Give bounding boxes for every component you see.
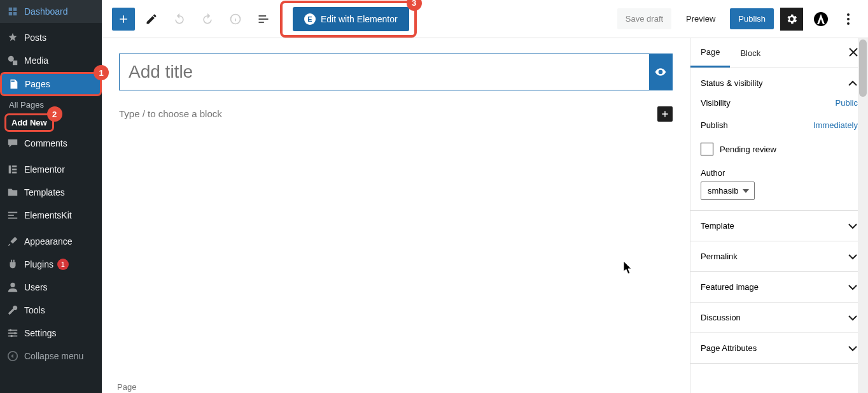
sidebar-item-label: Templates [24, 187, 65, 197]
undo-button[interactable] [168, 8, 191, 31]
elementor-button-label: Edit with Elementor [321, 14, 398, 24]
editor-canvas-column: Type / to choose a block Page [102, 38, 690, 393]
title-visibility-icon[interactable] [649, 54, 672, 90]
elementor-small-icon: E [304, 13, 316, 25]
sidebar-item-label: Pages [25, 79, 50, 89]
section-title: Permalink [701, 252, 738, 261]
page-title-input[interactable] [120, 54, 649, 90]
collapse-icon [6, 350, 19, 362]
sidebar-item-label: Users [24, 282, 48, 292]
sidebar-item-collapse[interactable]: Collapse menu [0, 345, 102, 368]
status-visibility-panel: Status & visibility Visibility Public Pu… [690, 68, 868, 211]
permalink-panel: Permalink [690, 241, 868, 272]
discussion-panel: Discussion [690, 303, 868, 333]
save-draft-button[interactable]: Save draft [617, 8, 671, 29]
svg-rect-2 [12, 166, 17, 168]
chevron-down-icon [848, 223, 858, 229]
sidebar-item-elementskit[interactable]: ElementsKit [0, 204, 102, 227]
content-placeholder[interactable]: Type / to choose a block [119, 106, 657, 122]
sidebar-item-label: Elementor [24, 164, 65, 175]
section-title: Page Attributes [701, 343, 757, 353]
sidebar-item-users[interactable]: Users [0, 276, 102, 299]
sidebar-item-settings[interactable]: Settings [0, 322, 102, 345]
outline-button[interactable] [252, 8, 275, 31]
add-block-inline-button[interactable] [657, 106, 673, 122]
chevron-down-icon [848, 284, 858, 290]
annotation-badge-3: 3 [407, 0, 422, 11]
sidebar-item-posts[interactable]: Posts [0, 26, 102, 49]
title-field-wrap [119, 54, 673, 90]
sidebar-item-label: Collapse menu [24, 351, 83, 361]
scrollbar[interactable] [858, 38, 868, 393]
discussion-header[interactable]: Discussion [690, 303, 868, 332]
elementor-annotation-wrap: E Edit with Elementor 3 [280, 1, 417, 38]
visibility-label: Visibility [701, 98, 731, 108]
sidebar-item-comments[interactable]: Comments [0, 132, 102, 155]
svg-point-8 [10, 283, 15, 287]
sidebar-item-templates[interactable]: Templates [0, 181, 102, 204]
chevron-down-icon [848, 315, 858, 321]
elementor-icon [6, 163, 19, 176]
editor-toolbar: E Edit with Elementor 3 Save draft Previ… [102, 0, 868, 38]
brush-icon [6, 235, 19, 248]
pin-icon [6, 31, 19, 44]
ekit-icon [6, 209, 19, 222]
sidebar-item-dashboard[interactable]: Dashboard [0, 0, 102, 23]
info-button[interactable] [224, 8, 247, 31]
svg-point-18 [847, 13, 850, 16]
publish-label: Publish [701, 120, 728, 130]
edit-with-elementor-button[interactable]: E Edit with Elementor [293, 7, 409, 31]
author-select[interactable]: smhasib [701, 182, 755, 200]
toolbar-right: Save draft Preview Publish [617, 8, 858, 31]
astra-icon-button[interactable] [809, 8, 832, 31]
section-title: Featured image [701, 282, 759, 292]
featured-image-header[interactable]: Featured image [690, 272, 868, 302]
user-icon [6, 281, 19, 294]
status-visibility-header[interactable]: Status & visibility [690, 68, 868, 98]
sidebar-item-label: Settings [24, 328, 57, 338]
tab-page[interactable]: Page [690, 38, 730, 68]
sidebar-sub-add-new[interactable]: Add New [5, 114, 53, 131]
edit-mode-button[interactable] [140, 8, 163, 31]
publish-value[interactable]: Immediately [813, 120, 858, 130]
publish-button[interactable]: Publish [730, 8, 774, 29]
featured-image-panel: Featured image [690, 272, 868, 303]
template-header[interactable]: Template [690, 211, 868, 241]
settings-gear-button[interactable] [780, 8, 803, 31]
sidebar-item-media[interactable]: Media [0, 49, 102, 72]
svg-point-14 [10, 335, 13, 338]
sidebar-item-appearance[interactable]: Appearance [0, 230, 102, 253]
svg-rect-4 [12, 172, 17, 174]
visibility-value[interactable]: Public [836, 98, 858, 108]
svg-point-12 [10, 329, 12, 332]
pending-review-checkbox[interactable] [701, 143, 713, 155]
sidebar-item-pages[interactable]: Pages 1 [1, 73, 101, 96]
sidebar-item-label: ElementsKit [24, 210, 72, 220]
more-options-button[interactable] [839, 8, 858, 31]
section-title: Template [701, 221, 734, 231]
section-title: Discussion [701, 313, 741, 322]
sidebar-item-label: Tools [24, 305, 45, 315]
sidebar-item-plugins[interactable]: Plugins 1 [0, 253, 102, 276]
editor-main: E Edit with Elementor 3 Save draft Previ… [102, 0, 868, 393]
sidebar-item-elementor[interactable]: Elementor [0, 158, 102, 181]
page-attributes-panel: Page Attributes [690, 333, 868, 364]
redo-button[interactable] [196, 8, 219, 31]
scrollbar-thumb[interactable] [859, 39, 867, 97]
add-block-toolbar-button[interactable] [112, 8, 135, 31]
permalink-header[interactable]: Permalink [690, 241, 868, 271]
svg-point-20 [847, 22, 850, 25]
page-attributes-header[interactable]: Page Attributes [690, 333, 868, 363]
sidebar-item-tools[interactable]: Tools [0, 299, 102, 322]
template-panel: Template [690, 211, 868, 241]
visibility-row: Visibility Public [701, 98, 858, 108]
tab-block[interactable]: Block [730, 39, 771, 67]
pending-review-row: Pending review [701, 143, 858, 155]
chevron-up-icon [848, 80, 858, 87]
author-label: Author [701, 168, 858, 178]
plug-icon [6, 258, 19, 271]
sidebar-item-label: Comments [24, 138, 67, 148]
preview-button[interactable]: Preview [678, 8, 724, 29]
svg-point-13 [14, 332, 17, 334]
svg-rect-6 [8, 215, 14, 216]
